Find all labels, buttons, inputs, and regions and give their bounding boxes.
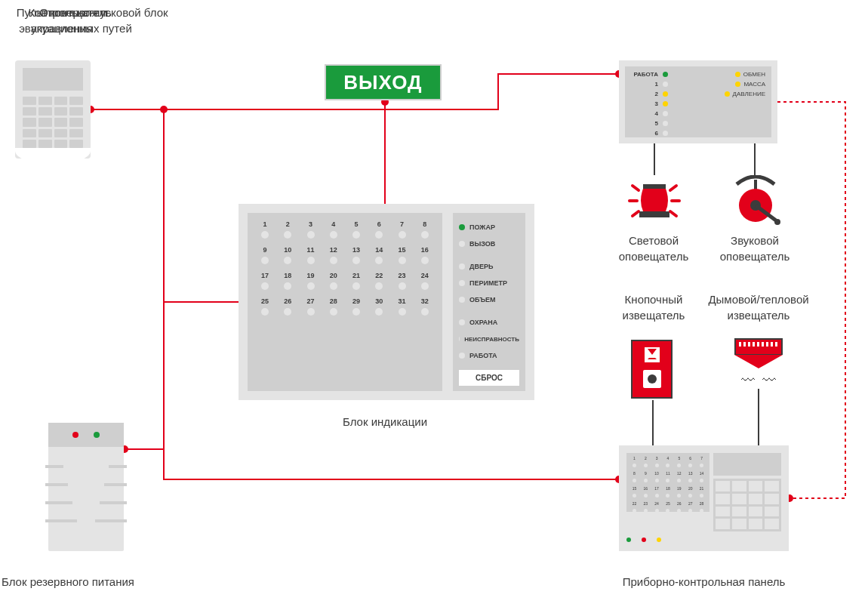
zone-indicator: 1: [257, 220, 273, 239]
ups-label: Блок резервного питания: [0, 574, 143, 590]
zone-indicator: 18: [279, 272, 296, 290]
zone-indicator: 16: [417, 246, 433, 264]
cpanel-label: Приборно-контрольная панель: [619, 574, 789, 590]
zone-indicator: 25: [257, 297, 273, 316]
zone-indicator: 30: [371, 297, 387, 316]
zone-indicator: 6: [371, 220, 387, 239]
smoke-heat-detector: 〰〰: [732, 338, 785, 389]
zone-indicator: 9: [257, 246, 273, 264]
zone-indicator: 21: [348, 272, 365, 290]
zone-indicator: 15: [394, 246, 411, 264]
zone-indicator: 24: [417, 272, 433, 290]
svg-rect-15: [754, 180, 757, 190]
exit-sign: ВЫХОД: [325, 64, 442, 100]
ib-label: Блок индикации: [317, 414, 453, 430]
svg-line-12: [670, 186, 676, 190]
exit-sign-text: ВЫХОД: [343, 71, 422, 94]
zone-indicator: 19: [303, 272, 319, 290]
control-launch-block: РАБОТА ОБМЕН 1 МАССА 2 ДАВЛЕНИЕ 3 4 5 6: [619, 60, 777, 143]
svg-line-13: [633, 211, 639, 216]
reset-button[interactable]: СБРОС: [459, 370, 519, 386]
zone-indicator: 29: [348, 297, 365, 316]
sound-alarm-label: Звуковой оповещатель: [709, 233, 800, 264]
zone-indicator: 31: [394, 297, 411, 316]
light-alarm-label: Световой оповещатель: [608, 233, 699, 264]
zone-indicator: 10: [279, 246, 296, 264]
zone-indicator: 4: [325, 220, 342, 239]
sound-alarm-icon: [722, 175, 790, 228]
manual-callpoint: [631, 340, 673, 399]
svg-rect-8: [639, 211, 669, 217]
backup-power-unit: [48, 423, 124, 551]
zone-indicator: 12: [325, 246, 342, 264]
zone-indicator: 7: [394, 220, 411, 239]
svg-line-14: [670, 211, 676, 216]
control-panel: 1234567891011121314151617181920212223242…: [619, 445, 789, 551]
zone-indicator: 17: [257, 272, 273, 290]
svg-point-19: [774, 219, 780, 225]
zone-indicator: 14: [371, 246, 387, 264]
zone-indicator: 2: [279, 220, 296, 239]
control-keypad: [15, 60, 91, 159]
zone-indicator: 23: [394, 272, 411, 290]
zone-indicator: 11: [303, 246, 319, 264]
zone-indicator: 22: [371, 272, 387, 290]
zone-indicator: 5: [348, 220, 365, 239]
zone-indicator: 20: [325, 272, 342, 290]
zone-indicator: 3: [303, 220, 319, 239]
callpoint-label: Кнопочный извещатель: [608, 291, 699, 323]
zone-indicator: 26: [279, 297, 296, 316]
indicator-block: 1234567891011121314151617181920212223242…: [239, 204, 534, 400]
light-alarm-icon: [620, 175, 688, 228]
svg-line-11: [633, 186, 639, 190]
clb-label: Контрольно-пусковой блок: [0, 5, 196, 20]
zone-indicator: 32: [417, 297, 433, 316]
svg-point-1: [160, 106, 168, 113]
zone-indicator: 8: [417, 220, 433, 239]
svg-rect-7: [643, 184, 666, 189]
zone-indicator: 13: [348, 246, 365, 264]
zone-indicator: 27: [303, 297, 319, 316]
zone-indicator: 28: [325, 297, 342, 316]
smoke-label: Дымовой/тепловой извещатель: [702, 291, 815, 323]
